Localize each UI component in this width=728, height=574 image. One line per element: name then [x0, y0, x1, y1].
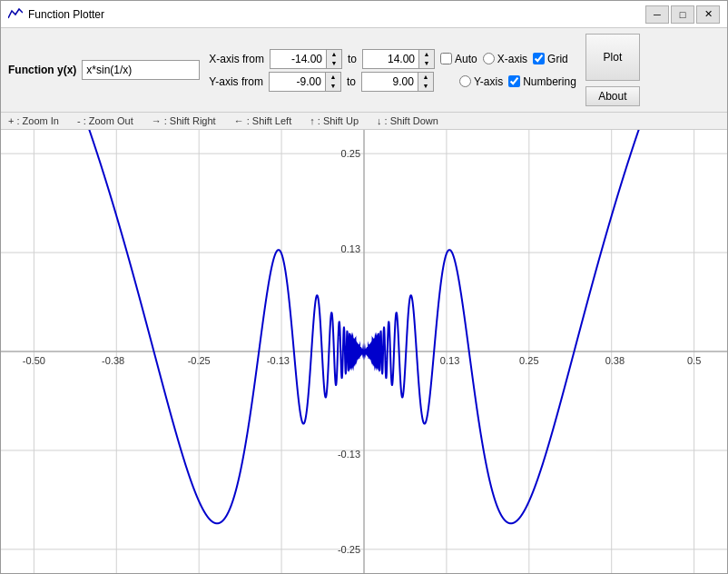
maximize-button[interactable]: □ [671, 5, 694, 24]
numbering-label: Numbering [523, 75, 576, 88]
yaxis-radio[interactable] [459, 75, 471, 87]
yaxis-from-up[interactable]: ▲ [326, 73, 340, 82]
yaxis-to-up[interactable]: ▲ [418, 73, 433, 82]
hint-zoom-out: - : Zoom Out [77, 115, 133, 126]
xaxis-radio[interactable] [483, 53, 495, 64]
hint-shift-down: ↓ : Shift Down [377, 115, 438, 126]
plot-area[interactable] [1, 130, 727, 573]
main-window: Function Plotter ─ □ ✕ Function y(x) X-a… [0, 0, 728, 574]
title-bar: Function Plotter ─ □ ✕ [1, 1, 727, 28]
xaxis-to-spinfield: ▲ ▼ [362, 49, 435, 69]
grid-checkbox-label[interactable]: Grid [533, 53, 568, 65]
xaxis-to-up[interactable]: ▲ [419, 50, 434, 59]
numbering-checkbox[interactable] [508, 75, 520, 87]
yaxis-from-down[interactable]: ▼ [326, 82, 340, 91]
yaxis-from-spinfield: ▲ ▼ [269, 72, 341, 92]
xaxis-radio-text: X-axis [497, 53, 527, 65]
yaxis-from-input[interactable] [269, 72, 325, 92]
action-buttons: Plot About [585, 34, 640, 106]
hints-bar: + : Zoom In - : Zoom Out → : Shift Right… [1, 113, 727, 130]
window-title: Function Plotter [28, 8, 645, 21]
numbering-checkbox-label[interactable]: Numbering [508, 75, 576, 88]
yaxis-to-spinfield: ▲ ▼ [361, 72, 434, 92]
plot-canvas[interactable] [1, 130, 727, 573]
toolbar: Function y(x) X-axis from ▲ ▼ to ▲ [1, 28, 727, 113]
function-input[interactable] [82, 60, 200, 80]
auto-checkbox-label[interactable]: Auto [440, 53, 477, 65]
xaxis-to-label: to [348, 53, 357, 65]
about-button[interactable]: About [585, 86, 640, 106]
xaxis-from-input[interactable] [270, 49, 326, 69]
yaxis-radio-label[interactable]: Y-axis [459, 75, 503, 88]
xaxis-label: X-axis from [209, 53, 264, 65]
xaxis-to-down[interactable]: ▼ [419, 59, 434, 68]
yaxis-to-label: to [347, 75, 356, 88]
xaxis-radio-label[interactable]: X-axis [483, 53, 527, 65]
yaxis-to-input[interactable] [361, 72, 418, 92]
hint-shift-left: ← : Shift Left [234, 115, 292, 126]
hint-shift-up: ↑ : Shift Up [310, 115, 359, 126]
hint-zoom-in: + : Zoom In [8, 115, 59, 126]
auto-label: Auto [455, 53, 477, 65]
plot-button[interactable]: Plot [585, 34, 640, 81]
xaxis-to-input[interactable] [362, 49, 418, 69]
close-button[interactable]: ✕ [696, 5, 720, 24]
auto-checkbox[interactable] [440, 53, 452, 64]
app-icon [8, 7, 23, 22]
window-controls: ─ □ ✕ [645, 5, 720, 24]
xaxis-from-spinfield: ▲ ▼ [270, 49, 342, 69]
yaxis-row: Y-axis from ▲ ▼ to ▲ ▼ [209, 72, 576, 92]
xaxis-from-up[interactable]: ▲ [327, 50, 341, 59]
yaxis-radio-text: Y-axis [474, 75, 503, 88]
xaxis-row: X-axis from ▲ ▼ to ▲ ▼ [209, 49, 576, 69]
xaxis-from-down[interactable]: ▼ [327, 59, 341, 68]
yaxis-label: Y-axis from [209, 75, 263, 88]
controls-panel: X-axis from ▲ ▼ to ▲ ▼ [209, 49, 576, 92]
hint-shift-right: → : Shift Right [152, 115, 216, 126]
grid-label: Grid [547, 53, 568, 65]
function-label: Function y(x) [8, 64, 76, 76]
yaxis-to-down[interactable]: ▼ [418, 82, 433, 91]
grid-checkbox[interactable] [533, 53, 545, 64]
minimize-button[interactable]: ─ [645, 5, 669, 24]
